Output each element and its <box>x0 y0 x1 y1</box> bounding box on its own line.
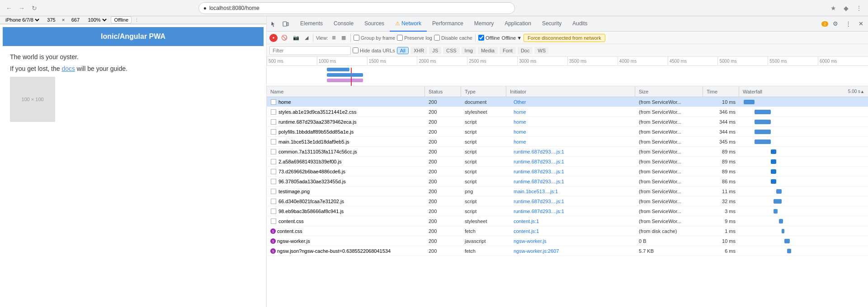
tab-performance[interactable]: Performance <box>427 16 469 32</box>
extensions-button[interactable]: ◆ <box>841 3 852 14</box>
filter-xhr-button[interactable]: XHR <box>410 47 427 54</box>
filter-js-button[interactable]: JS <box>429 47 441 54</box>
table-row[interactable]: S content.css 200 fetch content.js:1 (fr… <box>267 226 868 236</box>
view-grid-icon[interactable]: ▦ <box>340 34 348 42</box>
device-toggle-icon[interactable] <box>280 19 291 29</box>
col-initiator[interactable]: Initiator <box>506 86 635 97</box>
star-button[interactable]: ★ <box>828 3 839 14</box>
filter-media-button[interactable]: Media <box>478 47 498 54</box>
address-bar[interactable]: ● localhost:8080/home <box>198 2 515 14</box>
table-row[interactable]: 73.d269662b6bae4886cde6.js 200 script ru… <box>267 167 868 177</box>
col-size[interactable]: Size <box>635 86 703 97</box>
col-name[interactable]: Name <box>267 86 425 97</box>
more-options-icon[interactable]: ⋮ <box>134 17 139 23</box>
file-icon <box>270 119 277 125</box>
view-list-icon[interactable]: ≣ <box>330 34 338 42</box>
offline-check[interactable]: Offline <box>478 35 500 41</box>
device-toolbar: iPhone 6/7/8 × 100% Offline ⋮ <box>0 16 266 24</box>
cell-type: script <box>461 117 506 127</box>
table-row[interactable]: main.1bce513e1dd18daf9eb5.js 200 script … <box>267 137 868 147</box>
settings-icon[interactable]: ⚙ <box>830 19 841 29</box>
device-select[interactable]: iPhone 6/7/8 <box>4 17 41 23</box>
preserve-log-check[interactable]: Preserve log <box>397 35 432 41</box>
table-row[interactable]: home 200 document Other (from ServiceWor… <box>267 97 868 107</box>
filter-img-button[interactable]: Img <box>462 47 476 54</box>
filter-network-icon[interactable]: ◢ <box>303 34 310 42</box>
filter-bar: Hide data URLs All XHR JS CSS Img Media … <box>267 44 868 57</box>
group-by-frame-check[interactable]: Group by frame <box>354 35 395 41</box>
tab-memory[interactable]: Memory <box>469 16 499 32</box>
table-row[interactable]: S ngsw.json?ngsw-cache-bust=0.6385522068… <box>267 246 868 256</box>
tick-5000: 5000 ms <box>717 57 768 65</box>
clear-button[interactable]: 🚫 <box>279 34 289 42</box>
cell-name: 66.d340e8021fcaa7e31202.js <box>267 196 425 206</box>
close-devtools-icon[interactable]: ✕ <box>855 19 866 29</box>
col-status[interactable]: Status <box>425 86 461 97</box>
table-row[interactable]: 98.eb9bac3b58666af8c941.js 200 script ru… <box>267 206 868 216</box>
row-filename: 73.d269662b6bae4886cde6.js <box>278 169 345 174</box>
cell-initiator: runtime.687d293....js:1 <box>506 167 635 177</box>
tab-elements[interactable]: Elements <box>295 16 328 32</box>
table-row[interactable]: common.7a1311053fa1174c56cc.js 200 scrip… <box>267 147 868 157</box>
tab-audits[interactable]: Audits <box>567 16 593 32</box>
row-filename: testimage.png <box>278 189 310 194</box>
timeline-bar-3 <box>327 79 363 82</box>
docs-link[interactable]: docs <box>61 65 75 72</box>
reload-button[interactable]: ↻ <box>29 3 40 14</box>
forward-button[interactable]: → <box>16 3 27 14</box>
cell-type: script <box>461 137 506 147</box>
table-row[interactable]: testimage.png 200 png main.1bce513....js… <box>267 186 868 196</box>
screenshot-button[interactable]: 📷 <box>291 34 301 42</box>
tab-security[interactable]: Security <box>537 16 567 32</box>
tab-sources[interactable]: Sources <box>359 16 390 32</box>
filter-doc-button[interactable]: Doc <box>518 47 533 54</box>
cell-status: 200 <box>425 127 461 137</box>
tick-4000: 4000 ms <box>618 57 668 65</box>
waterfall-bar <box>755 120 771 124</box>
cell-status: 200 <box>425 246 461 256</box>
table-row[interactable]: 66.d340e8021fcaa7e31202.js 200 script ru… <box>267 196 868 206</box>
height-input[interactable] <box>67 17 83 23</box>
filter-input[interactable] <box>269 46 351 55</box>
cell-status: 200 <box>425 236 461 246</box>
offline-button[interactable]: Offline <box>111 16 132 23</box>
record-button[interactable]: ● <box>269 34 278 42</box>
waterfall-bar <box>774 199 782 204</box>
back-button[interactable]: ← <box>4 3 14 14</box>
zoom-select[interactable]: 100% <box>86 17 108 23</box>
table-row[interactable]: runtime.687d293aa23879462eca.js 200 scri… <box>267 117 868 127</box>
table-row[interactable]: polyfills.1bbddaff89b55dd85a1e.js 200 sc… <box>267 127 868 137</box>
filter-ws-button[interactable]: WS <box>534 47 549 54</box>
cell-initiator: runtime.687d293....js:1 <box>506 177 635 186</box>
table-row[interactable]: S ngsw-worker.js 200 javascript ngsw-wor… <box>267 236 868 246</box>
filter-css-button[interactable]: CSS <box>443 47 460 54</box>
col-type[interactable]: Type <box>461 86 506 97</box>
filter-all-button[interactable]: All <box>397 47 409 54</box>
menu-button[interactable]: ⋮ <box>854 3 864 14</box>
offline-dropdown[interactable]: Offline ▼ <box>502 35 522 41</box>
table-body: home 200 document Other (from ServiceWor… <box>267 97 868 256</box>
table-row[interactable]: content.css 200 stylesheet content.js:1 … <box>267 216 868 226</box>
width-input[interactable] <box>43 17 59 23</box>
row-filename: main.1bce513e1dd18daf9eb5.js <box>278 139 349 144</box>
select-element-icon[interactable] <box>269 19 279 29</box>
cell-type: fetch <box>461 226 506 236</box>
tab-network[interactable]: ⚠ Network <box>390 16 427 32</box>
table-row[interactable]: 2.a58a696814931b39ef00.js 200 script run… <box>267 157 868 167</box>
more-devtools-icon[interactable]: ⋮ <box>843 19 854 29</box>
disable-cache-check[interactable]: Disable cache <box>434 35 472 41</box>
row-filename: home <box>278 99 291 105</box>
table-row[interactable]: 96.37805ada130ae323455d.js 200 script ru… <box>267 177 868 186</box>
cell-time: 1 ms <box>703 226 739 236</box>
col-waterfall[interactable]: Waterfall 5.00 s <box>739 86 868 97</box>
force-disconnected-button[interactable]: Force disconnected from network <box>524 34 605 42</box>
tab-application[interactable]: Application <box>499 16 537 32</box>
table-row[interactable]: styles.ab1e19d9ca35121441e2.css 200 styl… <box>267 107 868 117</box>
hide-data-urls-check[interactable]: Hide data URLs <box>353 47 395 53</box>
cell-time: 346 ms <box>703 107 739 117</box>
tab-console[interactable]: Console <box>328 16 359 32</box>
page-line2-after: will be your guide. <box>75 65 127 72</box>
filter-font-button[interactable]: Font <box>500 47 516 54</box>
cell-status: 200 <box>425 107 461 117</box>
col-time[interactable]: Time <box>703 86 739 97</box>
